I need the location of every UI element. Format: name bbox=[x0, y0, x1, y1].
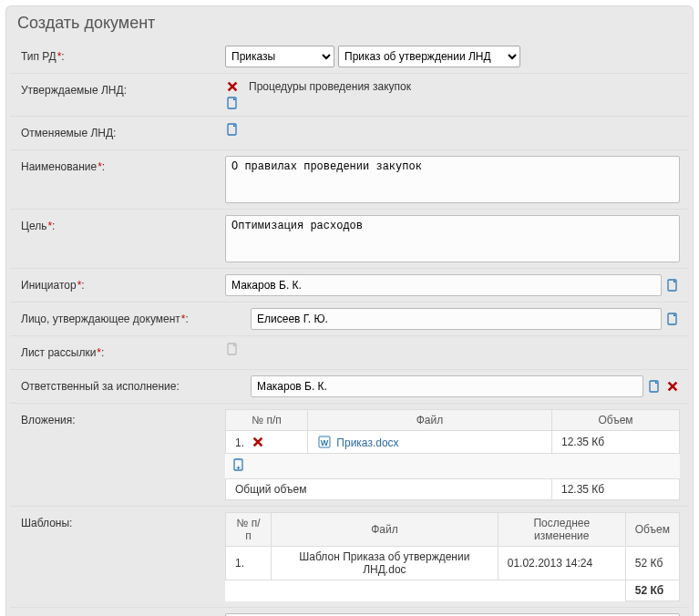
label-purpose: Цель*: bbox=[14, 215, 225, 237]
table-row: 1. Шаблон Приказа об утверждении ЛНД.doc… bbox=[226, 547, 680, 580]
pick-initiator-icon[interactable] bbox=[665, 278, 680, 293]
templates-total-size: 52 Кб bbox=[625, 580, 679, 601]
page-title: Создать документ bbox=[17, 14, 685, 33]
templates-th-file: Файл bbox=[272, 513, 499, 547]
attachment-row-num: 1. bbox=[235, 436, 244, 449]
label-templates: Шаблоны: bbox=[14, 512, 225, 534]
attachment-row-size: 12.35 Кб bbox=[552, 431, 680, 454]
initiator-input[interactable] bbox=[225, 274, 662, 296]
template-file-link[interactable]: Шаблон Приказа об утверждении ЛНД.doc bbox=[299, 550, 469, 576]
label-initiator: Инициатор*: bbox=[14, 274, 225, 296]
attachments-table: № п/п Файл Объем 1. bbox=[225, 409, 680, 500]
add-cancelled-lnd-icon[interactable] bbox=[225, 122, 240, 137]
table-row: 1. W Приказ.docx 12.35 Кб bbox=[226, 431, 680, 454]
add-attachment-icon[interactable]: + bbox=[231, 457, 246, 472]
responsible-input[interactable] bbox=[251, 375, 643, 397]
attachments-total-label: Общий объем bbox=[226, 479, 552, 500]
pick-responsible-icon[interactable] bbox=[647, 379, 662, 394]
pick-mailing-list-icon[interactable] bbox=[225, 342, 240, 356]
label-approver: Лицо, утверждающее документ*: bbox=[14, 308, 251, 330]
add-approved-lnd-icon[interactable] bbox=[225, 96, 240, 110]
template-row-size: 52 Кб bbox=[625, 547, 679, 580]
templates-table: № п/п Файл Последнее изменение Объем 1. … bbox=[225, 512, 680, 601]
svg-text:W: W bbox=[321, 438, 329, 447]
pick-approver-icon[interactable] bbox=[665, 312, 680, 326]
label-type-rd: Тип РД*: bbox=[14, 46, 225, 67]
template-row-modified: 01.02.2013 14:24 bbox=[498, 547, 625, 580]
svg-text:+: + bbox=[236, 464, 241, 472]
word-file-icon: W bbox=[317, 435, 332, 449]
approved-lnd-item: Процедуры проведения закупок bbox=[249, 80, 680, 93]
create-document-panel: Создать документ Тип РД*: Приказы Приказ… bbox=[5, 5, 694, 616]
label-mailing-list: Лист рассылки*: bbox=[14, 342, 225, 364]
label-attachments: Вложения: bbox=[14, 409, 225, 431]
type-rd-select-2[interactable]: Приказ об утверждении ЛНД bbox=[338, 46, 520, 67]
template-row-num: 1. bbox=[226, 547, 272, 580]
approver-input[interactable] bbox=[251, 308, 662, 330]
purpose-input[interactable] bbox=[225, 215, 680, 262]
label-responsible: Ответственный за исполнение: bbox=[14, 375, 251, 397]
clear-responsible-icon[interactable] bbox=[665, 379, 680, 394]
label-cancelled-lnd: Отменяемые ЛНД: bbox=[14, 122, 225, 144]
remove-attachment-icon[interactable] bbox=[251, 435, 265, 449]
type-rd-select-1[interactable]: Приказы bbox=[225, 46, 334, 67]
attachment-file-link[interactable]: Приказ.docx bbox=[336, 436, 398, 449]
remove-approved-lnd-icon[interactable] bbox=[225, 79, 240, 94]
templates-th-size: Объем bbox=[625, 513, 679, 547]
label-approved-lnd: Утверждаемые ЛНД: bbox=[14, 79, 225, 101]
attachments-th-num: № п/п bbox=[226, 410, 308, 431]
templates-th-num: № п/п bbox=[226, 513, 272, 547]
attachments-th-file: Файл bbox=[308, 410, 552, 431]
attachments-total-size: 12.35 Кб bbox=[552, 479, 680, 500]
templates-th-modified: Последнее изменение bbox=[498, 513, 625, 547]
name-input[interactable] bbox=[225, 156, 680, 203]
label-name: Наименование*: bbox=[14, 156, 225, 178]
attachments-th-size: Объем bbox=[552, 410, 680, 431]
